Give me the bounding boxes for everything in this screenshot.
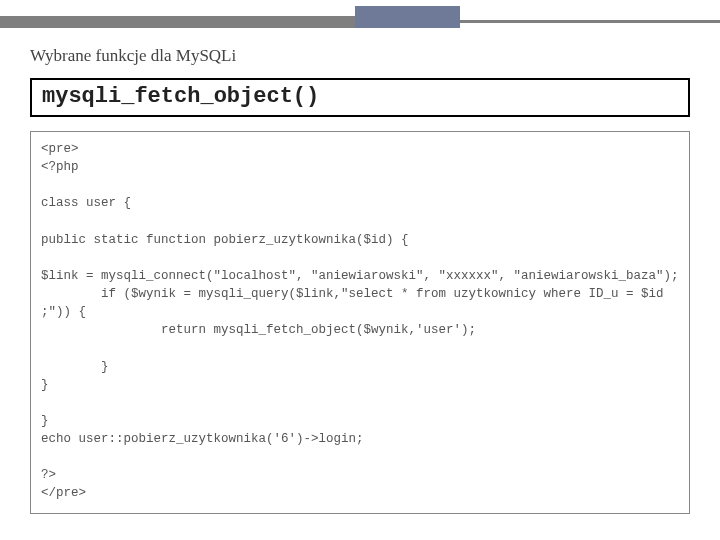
decorative-top-bar [0, 0, 720, 28]
function-name-heading: mysqli_fetch_object() [30, 78, 690, 117]
topbar-segment-accent [355, 6, 460, 28]
topbar-segment-left [0, 16, 355, 28]
slide-content: Wybrane funkcje dla MySQLi mysqli_fetch_… [0, 28, 720, 514]
code-example-block: <pre> <?php class user { public static f… [30, 131, 690, 514]
section-subtitle: Wybrane funkcje dla MySQLi [30, 46, 690, 66]
topbar-segment-right [460, 20, 720, 23]
